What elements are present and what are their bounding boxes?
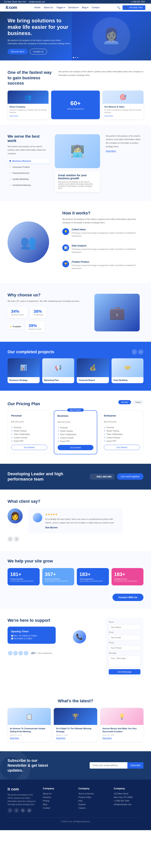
contact-with-us-button[interactable]: Contact With Us bbox=[112, 594, 144, 601]
footer: it:com We perform full analysis of the c… bbox=[0, 779, 151, 830]
youtube-icon[interactable]: yt bbox=[27, 808, 32, 813]
grow-stat-3: 183+ Qualified Score Successfully accomp… bbox=[111, 568, 144, 585]
send-message-button[interactable]: Send Message bbox=[109, 669, 141, 675]
testimonial-prev[interactable]: ‹ bbox=[7, 536, 13, 542]
feature-2-4: Export PDF bbox=[104, 440, 140, 442]
service-item-4[interactable]: Investment Advisory bbox=[7, 183, 49, 187]
plan-price-2: $69.00/month bbox=[104, 418, 140, 424]
mission-link[interactable]: Learn More bbox=[104, 115, 113, 117]
contact-message-input[interactable] bbox=[109, 656, 141, 667]
how-section: 👥 How it works? We perform full analysis… bbox=[0, 201, 151, 283]
testimonial-next[interactable]: › bbox=[14, 536, 19, 542]
years-number: 60+ bbox=[70, 100, 81, 107]
footer-link-1-3[interactable]: Blog bbox=[43, 803, 73, 805]
step-text-2: Finalize Product Portraying a perennial … bbox=[72, 260, 144, 274]
footer-col-2-title: Company bbox=[78, 787, 108, 790]
bestwork-section: We serve the best work We perform full a… bbox=[0, 125, 151, 201]
dot-3[interactable] bbox=[77, 57, 78, 58]
service-label: Investment Advisory bbox=[12, 184, 31, 186]
step-text-1: Data Analysis Portraying a perennial cha… bbox=[72, 244, 144, 257]
footer-col-3: Company 123 Main Street New York, NY 100… bbox=[114, 787, 144, 813]
nav-contact[interactable]: Contact bbox=[92, 6, 99, 9]
nav-blog[interactable]: Blog ▾ bbox=[82, 6, 88, 9]
service-item-0[interactable]: Business Revenue bbox=[7, 159, 49, 163]
nav-home[interactable]: Home bbox=[34, 6, 41, 9]
contact-button[interactable]: Contact Us bbox=[30, 49, 47, 54]
nav-pages[interactable]: Pages ▾ bbox=[57, 6, 65, 9]
newsletter-email-input[interactable] bbox=[90, 762, 127, 769]
blog-read-more-0[interactable]: Read More bbox=[10, 737, 19, 739]
stat-3: 39% Business Growth bbox=[25, 321, 45, 332]
toggle-yearly[interactable]: Yearly bbox=[132, 400, 144, 404]
dot-2[interactable] bbox=[75, 57, 76, 58]
social-icons: f t in yt bbox=[7, 808, 37, 813]
projects-next[interactable]: › bbox=[138, 349, 144, 354]
lets-talk-button[interactable]: Let's work together bbox=[117, 473, 144, 480]
service-item-3[interactable]: Quality Marketing bbox=[7, 177, 49, 181]
testimonials-heading: What client say? bbox=[7, 499, 144, 504]
opening-weekdays: 🕐 Mon - Fri 9:00am to 5:00pm bbox=[11, 635, 52, 637]
step-title-0: Collect Ideas bbox=[72, 228, 144, 231]
plan-btn-0[interactable]: Get Started bbox=[11, 445, 47, 450]
toggle-monthly[interactable]: Monthly bbox=[118, 400, 131, 404]
leader-heading: Developing Leader and high performance t… bbox=[7, 471, 64, 482]
nav-about[interactable]: About Us bbox=[44, 6, 53, 9]
header-phone-button[interactable]: 📞 +98 5800 7984 bbox=[123, 5, 145, 10]
footer-link-2-1[interactable]: Privacy Policy bbox=[78, 796, 108, 798]
facebook-icon[interactable]: f bbox=[7, 808, 12, 813]
footer-links-2: Terms of Service Privacy Policy FAQ Supp… bbox=[78, 793, 108, 809]
linkedin-icon[interactable]: in bbox=[20, 808, 25, 813]
discover-button[interactable]: Discover More bbox=[7, 49, 28, 54]
contact-phone-input[interactable] bbox=[109, 645, 141, 651]
footer-link-1-0[interactable]: About Us bbox=[43, 793, 73, 795]
footer-link-2-4[interactable]: Careers bbox=[78, 807, 108, 809]
blog-read-more-1[interactable]: Read More bbox=[56, 737, 65, 739]
footer-desc: We perform full analysis of the client's… bbox=[7, 793, 37, 806]
footer-link-1-2[interactable]: Pricing bbox=[43, 800, 73, 802]
feature-1-2: Team Collaboration bbox=[57, 433, 94, 435]
hero-section: We bring solutions to make life easier f… bbox=[0, 11, 151, 60]
newsletter-subscribe-button[interactable]: Subscribe bbox=[127, 762, 144, 769]
bestwork-read-more[interactable]: Read More bbox=[106, 150, 116, 152]
footer-link-2-2[interactable]: FAQ bbox=[78, 800, 108, 802]
bestwork-left: We serve the best work We perform full a… bbox=[7, 134, 49, 187]
footer-link-1-4[interactable]: Contact bbox=[43, 807, 73, 809]
blog-meta-1: March 14, 2023 bbox=[56, 734, 95, 736]
nav-services[interactable]: Services ▾ bbox=[68, 6, 78, 9]
feature-0-3: Custom Domain bbox=[11, 437, 47, 439]
projects-prev[interactable]: ‹ bbox=[132, 349, 137, 354]
project-title-2: Financial Report bbox=[79, 379, 107, 381]
about-link[interactable]: Learn More bbox=[9, 115, 18, 117]
search-icon[interactable]: 🔍 bbox=[117, 6, 121, 9]
service-dot bbox=[9, 184, 11, 186]
bestwork-right: We perform full analysis of the client's… bbox=[106, 134, 144, 153]
twitter-icon[interactable]: t bbox=[14, 808, 19, 813]
footer-link-1-1[interactable]: Services bbox=[43, 796, 73, 798]
testimonial-card: ★★★★★ It's probably the best study I hav… bbox=[28, 508, 123, 533]
top-phone: +1 800 555 7854 bbox=[131, 1, 145, 3]
bestwork-image: 👩‍💻 bbox=[55, 134, 100, 168]
support-left: We're here to support Opening Times 🕐 Mo… bbox=[7, 618, 100, 680]
service-item-2[interactable]: Financial Services bbox=[7, 171, 49, 175]
plan-btn-1[interactable]: Get Started bbox=[57, 445, 94, 450]
how-heading: How it works? bbox=[62, 211, 144, 216]
pricing-cards: Personal $29.00/month Personal Router Ho… bbox=[7, 410, 144, 454]
footer-link-2-3[interactable]: Support bbox=[78, 803, 108, 805]
dot-1[interactable] bbox=[73, 57, 74, 58]
blog-body-1: Do It Right To The Ultimate Winning Stra… bbox=[54, 725, 97, 742]
feature-1-3: Custom Domain bbox=[57, 437, 94, 439]
clients-count: 27+ bbox=[31, 652, 36, 655]
contact-email-input[interactable] bbox=[109, 635, 141, 640]
blog-read-more-2[interactable]: Read More bbox=[102, 737, 112, 739]
copyright-text: © 2023 it:com. All Rights Reserved. bbox=[60, 820, 90, 823]
opening-card: Opening Times 🕐 Mon - Fri 9:00am to 5:00… bbox=[7, 627, 56, 644]
projects-header: Our completed projects ‹ › bbox=[7, 349, 144, 354]
main-nav: Home About Us Pages ▾ Services ▾ Blog ▾ … bbox=[34, 6, 99, 9]
footer-link-2-0[interactable]: Terms of Service bbox=[78, 793, 108, 795]
service-item-1[interactable]: Consumer Product bbox=[7, 165, 49, 169]
project-title-3: Team Building bbox=[114, 379, 142, 381]
step-1: 📊 Data Analysis Portraying a perennial c… bbox=[62, 244, 144, 257]
footer-link-3-2: +1 800 555 7854 bbox=[114, 800, 144, 802]
contact-name-input[interactable] bbox=[109, 624, 141, 630]
plan-btn-2[interactable]: Get Started bbox=[104, 445, 140, 450]
